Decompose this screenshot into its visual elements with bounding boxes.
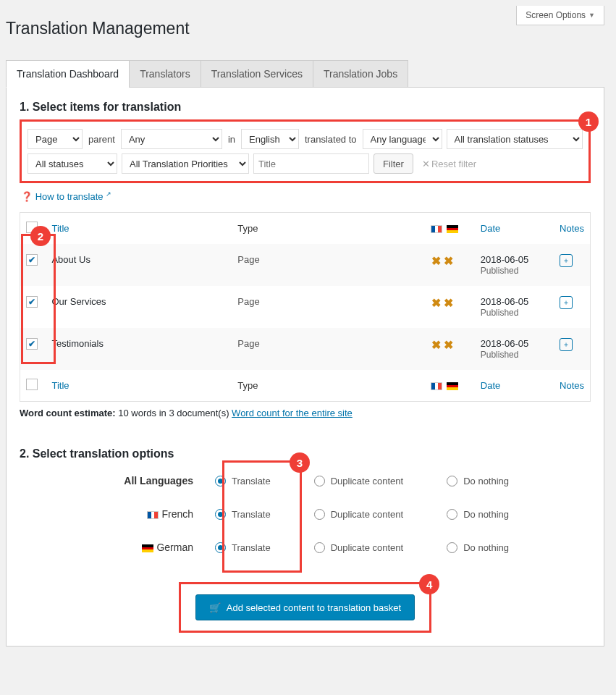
callout-4: 4 [419, 574, 439, 594]
label-to: translated to [303, 134, 358, 145]
items-table: Title Type Date Notes About Us Page ✖✖ [20, 212, 591, 402]
filter-priorities[interactable]: All Translation Priorities [122, 153, 249, 174]
status-missing-icon: ✖ [431, 255, 441, 267]
lang-fr-label: French [20, 508, 215, 520]
filter-lang-to[interactable]: Any language [363, 129, 442, 149]
filter-button[interactable]: Filter [374, 153, 413, 174]
page-title: Translation Management [6, 19, 604, 38]
flag-fr-icon [431, 382, 442, 390]
help-icon: ❓ [21, 191, 33, 202]
tab-bar: Translation Dashboard Translators Transl… [6, 60, 604, 88]
flag-fr-icon [431, 225, 442, 233]
screen-options-label: Screen Options [526, 10, 586, 20]
lang-de-label: German [20, 542, 215, 553]
howto-label: How to translate [35, 191, 104, 202]
label-parent: parent [87, 134, 117, 145]
filter-lang-from[interactable]: English [241, 129, 299, 149]
cart-icon: 🛒 [209, 602, 221, 613]
row-type: Page [232, 328, 424, 370]
filter-parent[interactable]: Any [121, 129, 222, 149]
row-date: 2018-06-05 [481, 296, 529, 307]
status-missing-icon: ✖ [444, 297, 453, 309]
note-icon[interactable]: ＋ [560, 296, 573, 309]
callout-1: 1 [578, 111, 599, 132]
radio-fr-nothing[interactable]: Do nothing [447, 509, 509, 520]
row-type: Page [232, 244, 424, 286]
row-status: Published [481, 350, 519, 360]
row-checkbox[interactable] [26, 296, 38, 308]
row-checkbox[interactable] [26, 338, 38, 350]
col-title[interactable]: Title [51, 380, 69, 391]
tab-translators[interactable]: Translators [129, 60, 201, 88]
radio-row-de: Translate Duplicate content Do nothing [215, 542, 591, 553]
filter-type[interactable]: Page [28, 129, 83, 149]
row-status: Published [481, 266, 519, 276]
label-in: in [227, 134, 237, 145]
filter-tr-status[interactable]: All translation statuses [447, 129, 583, 149]
reset-filter-label: Reset filter [431, 159, 476, 169]
dashboard-panel: 1. Select items for translation 1 Page p… [6, 88, 604, 646]
radio-de-duplicate[interactable]: Duplicate content [314, 542, 403, 553]
wordcount-row: Word count estimate: 10 words in 3 docum… [20, 408, 591, 418]
tab-services[interactable]: Translation Services [201, 60, 313, 88]
col-notes: Notes [554, 370, 590, 402]
table-row: Testimonials Page ✖✖ 2018-06-05Published… [20, 328, 591, 370]
col-date[interactable]: Date [481, 223, 500, 234]
radio-all-translate[interactable]: Translate [215, 476, 271, 486]
options-grid: 3 All Languages Translate Duplicate cont… [20, 475, 591, 553]
filter-status[interactable]: All statuses [28, 153, 117, 174]
wordcount-label: Word count estimate: [20, 408, 116, 418]
col-title[interactable]: Title [51, 223, 69, 234]
row-title[interactable]: About Us [46, 244, 232, 286]
external-link-icon: ↗ [106, 190, 111, 198]
callout-4-frame: 4 🛒 Add selected content to translation … [179, 582, 431, 633]
filter-title-input[interactable] [253, 153, 369, 174]
radio-row-fr: Translate Duplicate content Do nothing [215, 509, 591, 520]
close-icon: ✕ [422, 159, 430, 169]
chevron-down-icon: ▼ [588, 12, 595, 19]
basket-btn-label: Add selected content to translation bask… [227, 602, 401, 613]
row-date: 2018-06-05 [481, 254, 529, 265]
col-date[interactable]: Date [481, 380, 500, 391]
lang-all-label: All Languages [20, 475, 215, 486]
screen-options-button[interactable]: Screen Options ▼ [516, 6, 604, 25]
wordcount-text: 10 words in 3 document(s) [118, 408, 229, 418]
table-row: Our Services Page ✖✖ 2018-06-05Published… [20, 286, 591, 328]
note-icon[interactable]: ＋ [560, 338, 573, 351]
status-missing-icon: ✖ [431, 297, 441, 309]
status-missing-icon: ✖ [431, 339, 441, 351]
row-status: Published [481, 308, 519, 318]
flag-de-icon [447, 225, 458, 233]
row-checkbox[interactable] [26, 254, 38, 266]
radio-fr-translate[interactable]: Translate [215, 509, 271, 520]
filter-box: 1 Page parent Any in English translated … [20, 119, 591, 183]
flag-de-icon [447, 382, 458, 390]
flag-fr-icon [147, 511, 159, 519]
tab-dashboard[interactable]: Translation Dashboard [6, 60, 129, 88]
row-title[interactable]: Testimonials [46, 328, 232, 370]
tab-jobs[interactable]: Translation Jobs [313, 60, 408, 88]
col-type: Type [232, 213, 424, 245]
radio-fr-duplicate[interactable]: Duplicate content [314, 509, 403, 520]
options-section: 2. Select translation options 3 All Lang… [20, 447, 591, 633]
table-row: About Us Page ✖✖ 2018-06-05Published ＋ [20, 244, 591, 286]
radio-all-duplicate[interactable]: Duplicate content [314, 476, 403, 486]
col-type: Type [232, 370, 424, 402]
radio-all-nothing[interactable]: Do nothing [447, 476, 509, 486]
radio-de-translate[interactable]: Translate [215, 542, 271, 553]
select-all-top[interactable] [26, 222, 38, 233]
reset-filter-link[interactable]: ✕ Reset filter [422, 159, 476, 169]
select-all-bottom[interactable] [26, 379, 38, 390]
radio-row-all: Translate Duplicate content Do nothing [215, 476, 591, 486]
wordcount-link[interactable]: Word count for the entire site [232, 408, 353, 418]
howto-link[interactable]: How to translate ↗ [35, 191, 112, 202]
row-date: 2018-06-05 [481, 338, 529, 349]
section2-title: 2. Select translation options [20, 447, 591, 460]
basket-wrap: 4 🛒 Add selected content to translation … [20, 582, 591, 633]
row-title[interactable]: Our Services [46, 286, 232, 328]
note-icon[interactable]: ＋ [560, 254, 573, 267]
status-missing-icon: ✖ [444, 339, 453, 351]
add-to-basket-button[interactable]: 🛒 Add selected content to translation ba… [195, 594, 415, 620]
status-missing-icon: ✖ [444, 255, 453, 267]
radio-de-nothing[interactable]: Do nothing [447, 542, 509, 553]
